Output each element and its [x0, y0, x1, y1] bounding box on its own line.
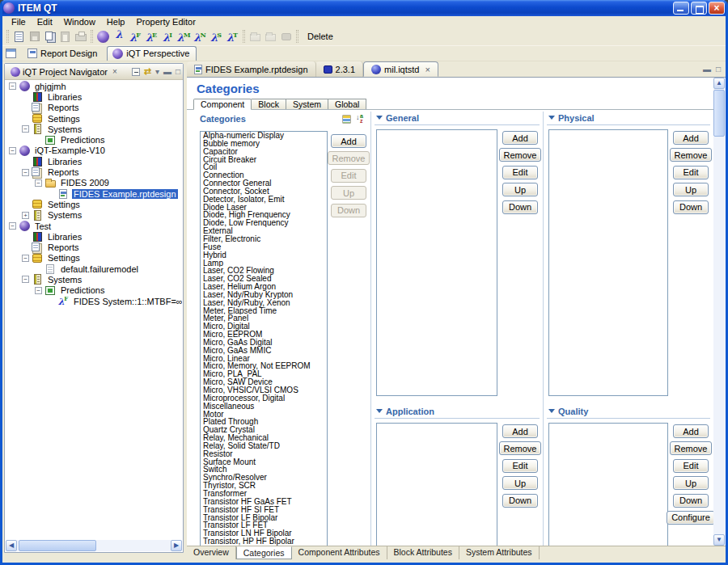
category-list-item[interactable]: Filter, Electronic: [201, 235, 327, 243]
lambda-M-button[interactable]: λM: [176, 27, 192, 45]
bottom-tab-block-attributes[interactable]: Block Attributes: [387, 546, 459, 559]
add-button[interactable]: Add: [502, 131, 538, 145]
open-perspective-icon[interactable]: [6, 48, 16, 58]
category-list-item[interactable]: Transformer: [201, 490, 327, 498]
tree-item-label[interactable]: Systems: [46, 210, 83, 220]
category-list-item[interactable]: Hybrid: [201, 251, 327, 259]
tree-item[interactable]: −Test: [6, 221, 182, 231]
tree-item[interactable]: −Systems: [6, 274, 182, 285]
menu-property-editor[interactable]: Property Editor: [130, 17, 201, 27]
up-button[interactable]: Up: [673, 476, 709, 490]
category-list-item[interactable]: Alpha-numeric Display: [201, 132, 327, 140]
new-file-button[interactable]: [11, 29, 27, 44]
category-list-item[interactable]: External: [201, 227, 327, 235]
scroll-up-icon[interactable]: ▲: [713, 78, 725, 89]
category-list-item[interactable]: Micro, GaAs Digital: [201, 339, 327, 347]
edit-button[interactable]: Edit: [502, 166, 538, 179]
lambda-E-button[interactable]: λE: [143, 27, 159, 45]
collapse-arrow-icon[interactable]: [548, 116, 555, 120]
remove-button[interactable]: Remove: [670, 148, 713, 162]
collapse-arrow-icon[interactable]: [376, 409, 383, 413]
lambda-T-button[interactable]: λT: [224, 27, 240, 45]
category-list-item[interactable]: Laser, Ndy/Ruby, Xenon: [201, 299, 327, 307]
tree-item[interactable]: Settings: [6, 113, 182, 124]
tree-item[interactable]: −Systems: [6, 124, 182, 134]
collapse-arrow-icon[interactable]: [376, 116, 383, 120]
category-list-item[interactable]: Transistor, HP HF Bipolar: [201, 538, 327, 546]
tab-global[interactable]: Global: [328, 99, 366, 110]
category-list-item[interactable]: Connector General: [201, 179, 327, 188]
down-button[interactable]: Down: [673, 494, 709, 508]
expand-icon[interactable]: +: [22, 212, 29, 219]
remove-button[interactable]: Remove: [499, 148, 542, 162]
editor-tab-mil-iqtstd[interactable]: mil.iqtstd×: [363, 61, 438, 77]
category-list-item[interactable]: Quartz Crystal: [201, 426, 327, 434]
scroll-left-icon[interactable]: ◀: [6, 540, 17, 551]
category-list-item[interactable]: Laser, Ndy/Ruby Krypton: [201, 291, 327, 299]
category-list-item[interactable]: Detector, Isolator, Emit: [201, 196, 327, 204]
tree-item-label[interactable]: Reports: [46, 242, 81, 252]
collapse-icon[interactable]: −: [22, 125, 29, 133]
edit-button[interactable]: Edit: [673, 459, 709, 473]
tree-item-label[interactable]: Settings: [46, 200, 82, 209]
delete-button[interactable]: Delete: [301, 32, 340, 41]
collapse-icon[interactable]: −: [22, 276, 29, 283]
tree-item[interactable]: default.failuremodel: [6, 264, 182, 274]
bottom-tab-component-attributes[interactable]: Component Attributes: [292, 546, 387, 559]
tree-item-label[interactable]: FIDES Example.rptdesign: [72, 189, 178, 199]
menu-edit[interactable]: Edit: [32, 17, 58, 27]
collapse-icon[interactable]: −: [35, 287, 42, 294]
category-list-item[interactable]: Bubble memory: [201, 140, 327, 148]
up-button[interactable]: Up: [502, 183, 538, 196]
category-list-item[interactable]: Laser, Helium Argon: [201, 283, 327, 291]
quality-list[interactable]: [548, 423, 668, 546]
tree-item[interactable]: −iQT-Example-V10: [6, 145, 182, 156]
collapse-all-icon[interactable]: [132, 68, 140, 76]
sync-icon[interactable]: ⇄: [144, 66, 151, 77]
add-button[interactable]: Add: [331, 134, 366, 148]
tree-item[interactable]: −Settings: [6, 253, 182, 264]
category-list-item[interactable]: Circuit Breaker: [201, 156, 327, 164]
category-list-item[interactable]: Diode Laser: [201, 204, 327, 212]
tree-item[interactable]: Settings: [6, 199, 182, 209]
tree-item-label[interactable]: Predictions: [59, 135, 106, 145]
scroll-thumb[interactable]: [19, 540, 96, 551]
collapse-icon[interactable]: −: [9, 222, 16, 230]
tree-item-label[interactable]: Reports: [46, 103, 81, 112]
category-list-item[interactable]: Resistor: [201, 450, 327, 458]
tab-system[interactable]: System: [286, 99, 328, 110]
maximize-view-icon[interactable]: □: [176, 67, 180, 76]
category-list-item[interactable]: Fuse: [201, 243, 327, 251]
scroll-right-icon[interactable]: ▶: [171, 540, 182, 551]
category-list-item[interactable]: Micro, SAW Device: [201, 378, 327, 386]
navigator-tab[interactable]: iQT Project Navigator ×: [7, 67, 132, 77]
tree-item[interactable]: Libraries: [6, 231, 182, 242]
category-list-item[interactable]: Connector, Socket: [201, 188, 327, 196]
add-button[interactable]: Add: [673, 424, 709, 438]
lambda-base-button[interactable]: λ: [111, 27, 127, 45]
close-button[interactable]: ×: [709, 2, 725, 15]
categories-list[interactable]: Alpha-numeric DisplayBubble memoryCapaci…: [200, 131, 328, 546]
perspective-iqt-perspective[interactable]: iQT Perspective: [107, 46, 197, 61]
tab-component[interactable]: Component: [193, 99, 252, 110]
tree-item[interactable]: −FIDES 2009: [6, 178, 182, 188]
lambda-S-button[interactable]: λS: [208, 27, 224, 45]
add-button[interactable]: Add: [673, 131, 709, 145]
category-list-item[interactable]: Micro, VHSIC/VLSI CMOS: [201, 386, 327, 394]
tree-item-label[interactable]: FIDES System::1::MTBF=∞::FR=0.00E0: [72, 297, 182, 306]
category-list-item[interactable]: Relay, Solid State/TD: [201, 442, 327, 450]
category-list-item[interactable]: Lamp: [201, 259, 327, 268]
category-list-item[interactable]: Diode, High Frenquency: [201, 211, 327, 219]
category-list-item[interactable]: Relay, Mechanical: [201, 434, 327, 442]
collapse-icon[interactable]: −: [9, 82, 16, 90]
category-list-item[interactable]: Diode, Low Frenquency: [201, 219, 327, 227]
category-list-item[interactable]: Motor: [201, 411, 327, 419]
category-list-item[interactable]: Meter, Elapsed Time: [201, 307, 327, 315]
copy-button[interactable]: [42, 29, 57, 44]
category-list-item[interactable]: Thyristor, SCR: [201, 482, 327, 490]
layers-icon[interactable]: [342, 115, 351, 124]
editor-tab-fides-example-rptdesign[interactable]: FIDES Example.rptdesign: [187, 61, 316, 77]
category-list-item[interactable]: Connection: [201, 171, 327, 179]
category-list-item[interactable]: Micro, Memory, Not EEPROM: [201, 362, 327, 370]
tree-item-label[interactable]: Settings: [46, 253, 82, 263]
